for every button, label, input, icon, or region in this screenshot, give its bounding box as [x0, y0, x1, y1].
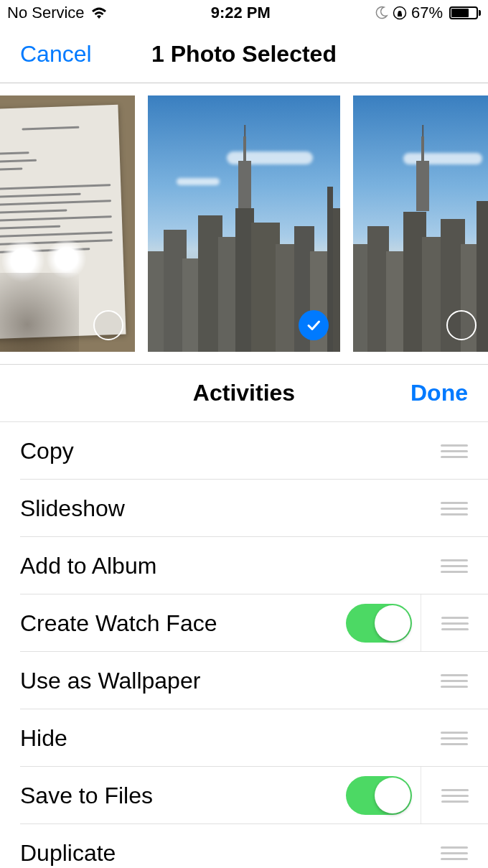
drag-handle[interactable]: [421, 709, 488, 767]
orientation-lock-icon: [393, 6, 407, 20]
activity-row-slideshow: Slideshow: [0, 480, 488, 537]
checkmark-icon: [305, 317, 322, 334]
done-button[interactable]: Done: [410, 380, 468, 406]
activity-toggle[interactable]: [346, 604, 412, 643]
drag-handle[interactable]: [421, 537, 488, 594]
photo-thumbnail[interactable]: [0, 95, 135, 352]
activity-row-save-to-files: Save to Files: [0, 767, 488, 824]
drag-handle[interactable]: [421, 480, 488, 537]
drag-handle[interactable]: [421, 767, 488, 824]
drag-handle[interactable]: [421, 652, 488, 709]
activities-list: Copy Slideshow Add to Album Create Watch…: [0, 422, 488, 868]
selection-badge[interactable]: [446, 310, 477, 340]
nav-bar: Cancel 1 Photo Selected: [0, 26, 488, 83]
activity-row-add-to-album: Add to Album: [0, 537, 488, 594]
wifi-icon: [90, 6, 108, 19]
activity-row-hide: Hide: [0, 709, 488, 767]
activity-label: Copy: [20, 438, 421, 465]
photo-thumbnail[interactable]: [148, 95, 340, 352]
activity-label: Use as Wallpaper: [20, 668, 421, 694]
activity-label: Hide: [20, 725, 421, 752]
activity-label: Add to Album: [20, 553, 421, 579]
selection-badge-checked[interactable]: [299, 310, 329, 340]
battery-percent: 67%: [411, 4, 443, 22]
drag-handle[interactable]: [421, 824, 488, 868]
drag-handle[interactable]: [421, 594, 488, 652]
activity-toggle[interactable]: [346, 776, 412, 815]
activity-label: Duplicate: [20, 840, 421, 867]
activity-label: Save to Files: [20, 783, 346, 809]
activity-label: Slideshow: [20, 495, 421, 522]
status-bar: No Service 9:22 PM 67%: [0, 0, 488, 26]
activities-header: Activities Done: [0, 365, 488, 422]
activity-label: Create Watch Face: [20, 610, 346, 637]
activity-row-duplicate: Duplicate: [0, 824, 488, 868]
activity-row-copy: Copy: [0, 422, 488, 480]
photo-thumbnail[interactable]: [353, 95, 488, 352]
cancel-button[interactable]: Cancel: [20, 41, 92, 67]
carrier-label: No Service: [7, 4, 85, 22]
drag-handle[interactable]: [421, 422, 488, 480]
clock: 9:22 PM: [108, 4, 374, 22]
selection-badge[interactable]: [93, 310, 123, 340]
battery-icon: [447, 6, 481, 19]
photo-strip[interactable]: [0, 83, 488, 365]
activity-row-create-watch-face: Create Watch Face: [0, 594, 488, 652]
moon-icon: [374, 6, 388, 20]
activity-row-use-as-wallpaper: Use as Wallpaper: [0, 652, 488, 709]
